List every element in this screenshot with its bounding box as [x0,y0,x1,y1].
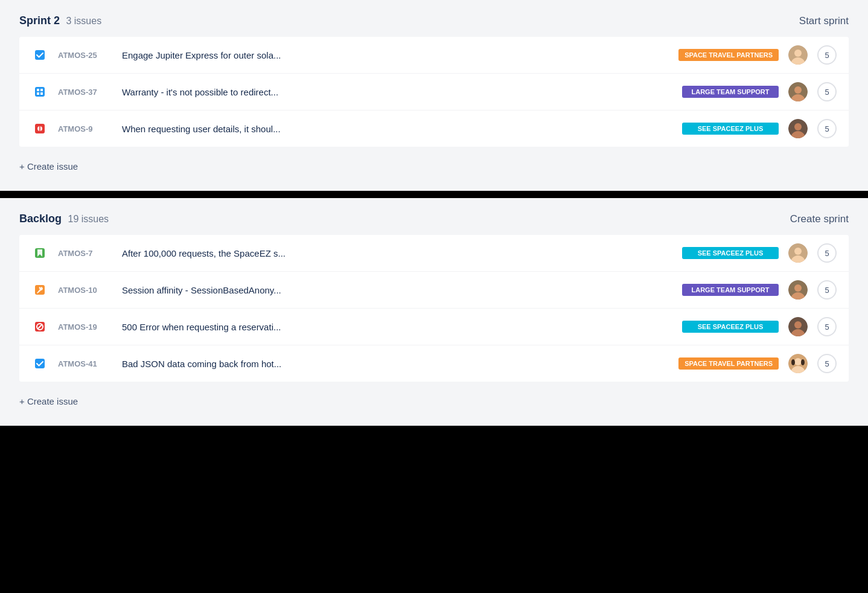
issue-row[interactable]: ATMOS-25 Engage Jupiter Express for oute… [19,37,849,74]
issue-type-icon [31,120,48,137]
issue-type-icon [31,245,48,261]
issue-avatar [788,45,808,65]
svg-rect-5 [37,89,39,91]
svg-point-21 [794,248,802,255]
issue-avatar [788,119,808,138]
issue-row[interactable]: ATMOS-41 Bad JSON data coming back from … [19,345,849,382]
issue-badge: SEE SPACEEZ PLUS [682,247,779,259]
issue-title: Bad JSON data coming back from hot... [122,359,669,369]
sprint-header: Sprint 2 3 issues Start sprint [19,14,849,27]
issue-title: Engage Jupiter Express for outer sola... [122,50,669,60]
svg-rect-6 [40,89,43,91]
issue-avatar [788,82,808,101]
backlog-issues-list: ATMOS-7 After 100,000 requests, the Spac… [19,235,849,382]
issue-points: 5 [817,243,837,263]
svg-point-37 [791,359,795,365]
issue-row[interactable]: ATMOS-37 Warranty - it's not possible to… [19,74,849,111]
issue-badge: SPACE TRAVEL PARTNERS [678,357,779,370]
svg-rect-8 [40,92,43,95]
issue-id: ATMOS-19 [58,322,112,332]
issue-badge: SPACE TRAVEL PARTNERS [678,49,779,61]
issue-points: 5 [817,280,837,300]
issue-id: ATMOS-41 [58,359,112,368]
issue-type-icon [31,355,48,372]
sprint-title: Sprint 2 3 issues [19,14,101,27]
create-sprint-button[interactable]: Create sprint [790,213,849,225]
svg-rect-7 [37,92,39,95]
issue-id: ATMOS-37 [58,88,112,97]
issue-avatar [788,280,808,300]
issue-type-icon [31,83,48,100]
issue-title: Warranty - it's not possible to redirect… [122,87,672,97]
issue-badge: SEE SPACEEZ PLUS [682,123,779,135]
issue-id: ATMOS-7 [58,249,112,258]
issue-row[interactable]: ATMOS-9 When requesting user details, it… [19,111,849,147]
svg-point-25 [794,284,802,292]
issue-id: ATMOS-25 [58,51,112,60]
svg-point-10 [794,86,802,94]
issue-row[interactable]: ATMOS-7 After 100,000 requests, the Spac… [19,235,849,272]
issue-avatar [788,354,808,373]
svg-point-16 [794,123,802,130]
svg-point-2 [794,50,802,57]
issue-type-icon [31,318,48,335]
svg-rect-4 [35,87,45,97]
issue-id: ATMOS-10 [58,286,112,295]
issue-avatar [788,317,808,336]
issue-type-icon [31,281,48,298]
issue-title: 500 Error when requesting a reservati... [122,322,672,332]
backlog-section: Backlog 19 issues Create sprint ATMOS-7 … [0,198,868,426]
issue-badge: LARGE TEAM SUPPORT [682,86,779,98]
sprint-section: Sprint 2 3 issues Start sprint ATMOS-25 … [0,0,868,191]
issue-points: 5 [817,119,837,138]
issue-points: 5 [817,82,837,101]
svg-point-31 [794,321,802,329]
issue-badge: LARGE TEAM SUPPORT [682,284,779,296]
sprint-create-issue-button[interactable]: + Create issue [19,156,78,176]
issue-badge: SEE SPACEEZ PLUS [682,321,779,333]
issue-points: 5 [817,354,837,373]
backlog-create-issue-button[interactable]: + Create issue [19,391,78,411]
issue-avatar [788,243,808,263]
issue-type-icon [31,46,48,63]
svg-point-38 [801,359,805,365]
issue-title: Session affinity - SessionBasedAnony... [122,285,672,295]
issue-id: ATMOS-9 [58,124,112,133]
issue-row[interactable]: ATMOS-19 500 Error when requesting a res… [19,309,849,345]
section-divider [0,191,868,198]
backlog-header: Backlog 19 issues Create sprint [19,213,849,225]
issue-points: 5 [817,317,837,336]
issue-row[interactable]: ATMOS-10 Session affinity - SessionBased… [19,272,849,309]
start-sprint-button[interactable]: Start sprint [799,15,849,27]
backlog-title: Backlog 19 issues [19,213,109,225]
issue-points: 5 [817,45,837,65]
sprint-issues-list: ATMOS-25 Engage Jupiter Express for oute… [19,37,849,147]
svg-point-35 [794,358,802,365]
issue-title: After 100,000 requests, the SpaceEZ s... [122,248,672,258]
issue-title: When requesting user details, it shoul..… [122,124,672,134]
